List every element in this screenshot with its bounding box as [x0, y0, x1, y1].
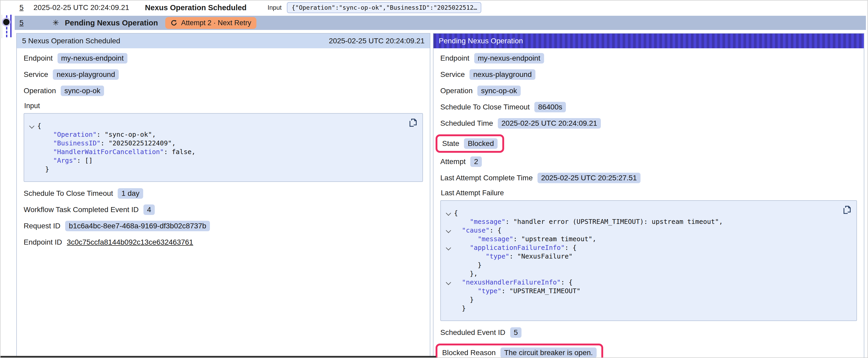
- field-label: Schedule To Close Timeout: [440, 103, 530, 111]
- code-gutter: [445, 209, 454, 217]
- code-text: "applicationFailureInfo": {: [454, 243, 577, 252]
- field-list: Schedule To Close Timeout1 dayWorkflow T…: [24, 188, 423, 248]
- code-line: "type": "NexusFailure": [445, 252, 839, 261]
- event-row-pending[interactable]: 5 ✳ Pending Nexus Operation Attempt 2 · …: [15, 16, 866, 30]
- field-value-badge: Blocked: [464, 138, 498, 149]
- field-label: Blocked Reason: [442, 349, 496, 357]
- copy-icon[interactable]: [408, 118, 418, 128]
- event-id-link[interactable]: 5: [20, 3, 24, 12]
- field-list: Scheduled Event ID5Blocked ReasonThe cir…: [440, 327, 857, 358]
- code-line: }: [445, 304, 839, 313]
- collapse-chevron-icon[interactable]: [446, 210, 451, 216]
- field-row: Scheduled Time2025-02-25 UTC 20:24:09.21: [440, 118, 857, 129]
- code-line: }: [445, 295, 839, 304]
- event-title: Pending Nexus Operation: [65, 19, 158, 27]
- field-row: Schedule To Close Timeout86400s: [440, 102, 857, 112]
- field-label: Scheduled Event ID: [440, 328, 505, 337]
- field-label: Workflow Task Completed Event ID: [24, 205, 139, 214]
- code-text: "type": "NexusFailure": [454, 252, 573, 261]
- scheduled-panel-header: 5 Nexus Operation Scheduled 2025-02-25 U…: [17, 34, 430, 48]
- code-line: {: [445, 209, 839, 217]
- field-label: Scheduled Time: [440, 119, 493, 128]
- code-line: }: [29, 165, 405, 173]
- field-row: Last Attempt Complete Time2025-02-25 UTC…: [440, 173, 857, 183]
- code-text: "message": "upstream timeout",: [454, 235, 596, 243]
- field-row: Scheduled Event ID5: [440, 327, 857, 338]
- field-value-badge: 5: [510, 327, 522, 338]
- code-line: "BusinessID": "20250225122409",: [29, 139, 405, 148]
- code-text: "type": "UPSTREAM_TIMEOUT": [454, 287, 581, 295]
- field-label: State: [442, 139, 459, 148]
- event-id-link[interactable]: 5: [20, 19, 24, 27]
- collapse-chevron-icon[interactable]: [29, 123, 34, 129]
- field-value-link[interactable]: 3c0c75ccfa8144b092c13ce632463761: [67, 238, 193, 247]
- field-value-badge: b1c6a4bc-8ee7-468a-9169-df3b02c8737b: [65, 221, 210, 231]
- failure-json-viewer: { "message": "handler error (UPSTREAM_TI…: [440, 200, 857, 321]
- field-label: Request ID: [24, 222, 60, 230]
- code-gutter: [445, 287, 454, 295]
- code-text: }: [454, 295, 474, 304]
- field-label: Service: [440, 70, 465, 79]
- field-value-badge: my-nexus-endpoint: [58, 53, 127, 64]
- code-gutter: [445, 295, 454, 304]
- code-text: "cause": {: [454, 226, 501, 235]
- event-timestamp: 2025-02-25 UTC 20:24:09.21: [34, 3, 129, 12]
- event-row-scheduled[interactable]: 5 2025-02-25 UTC 20:24:09.21 Nexus Opera…: [1, 1, 866, 15]
- code-line: "type": "UPSTREAM_TIMEOUT": [445, 287, 839, 295]
- copy-icon[interactable]: [842, 205, 852, 216]
- collapse-chevron-icon[interactable]: [446, 245, 451, 250]
- code-gutter: [445, 261, 454, 269]
- field-row: Blocked ReasonThe circuit breaker is ope…: [440, 344, 857, 358]
- pending-asterisk-icon: ✳: [53, 19, 59, 27]
- code-text: "Args": []: [37, 156, 93, 165]
- code-gutter: [29, 165, 37, 173]
- json-code: { "Operation": "sync-op-ok", "BusinessID…: [29, 122, 405, 173]
- collapse-chevron-icon[interactable]: [446, 280, 451, 285]
- collapse-chevron-icon[interactable]: [446, 228, 451, 233]
- code-text: }: [454, 304, 466, 313]
- panel-title: Pending Nexus Operation: [439, 37, 523, 45]
- code-line: "message": "upstream timeout",: [445, 235, 839, 243]
- field-label: Attempt: [440, 158, 466, 166]
- field-label: Operation: [440, 87, 473, 95]
- field-value-badge: The circuit breaker is open.: [500, 348, 597, 358]
- field-label: Schedule To Close Timeout: [24, 189, 113, 198]
- code-line: {: [29, 122, 405, 130]
- code-gutter: [445, 304, 454, 313]
- json-code: { "message": "handler error (UPSTREAM_TI…: [445, 209, 839, 313]
- field-row: Request IDb1c6a4bc-8ee7-468a-9169-df3b02…: [24, 221, 423, 231]
- code-line: "nexusHandlerFailureInfo": {: [445, 278, 839, 287]
- field-value-badge: 2025-02-25 UTC 20:24:09.21: [498, 118, 601, 129]
- code-gutter: [29, 156, 37, 165]
- code-text: }: [454, 261, 482, 269]
- scheduled-event-panel: 5 Nexus Operation Scheduled 2025-02-25 U…: [16, 33, 430, 358]
- code-gutter: [29, 148, 37, 156]
- event-history-view: 5 2025-02-25 UTC 20:24:09.21 Nexus Opera…: [0, 0, 868, 358]
- code-text: "HandlerWaitForCancellation": false,: [37, 148, 195, 156]
- field-value-badge: nexus-playground: [469, 69, 535, 80]
- section-bottom-border: [1, 356, 436, 357]
- pending-operation-panel: Pending Nexus Operation Endpointmy-nexus…: [433, 33, 864, 358]
- input-label: Input: [268, 4, 282, 11]
- code-line: "message": "handler error (UPSTREAM_TIME…: [445, 217, 839, 226]
- field-label: Endpoint: [24, 54, 53, 62]
- code-gutter: [445, 252, 454, 261]
- code-text: }: [37, 165, 49, 173]
- failure-section-label: Last Attempt Failure: [441, 189, 857, 197]
- panel-title: 5 Nexus Operation Scheduled: [22, 37, 120, 45]
- field-row: Endpointmy-nexus-endpoint: [440, 53, 857, 64]
- code-line: },: [445, 269, 839, 278]
- field-label: Endpoint ID: [24, 238, 62, 247]
- code-text: "nexusHandlerFailureInfo": {: [454, 278, 573, 287]
- field-list: Endpointmy-nexus-endpointServicenexus-pl…: [440, 53, 857, 183]
- code-line: }: [445, 261, 839, 269]
- field-row: Endpointmy-nexus-endpoint: [24, 53, 423, 64]
- field-value-badge: nexus-playground: [53, 69, 119, 80]
- input-payload-pill: {"Operation":"sync-op-ok","BusinessID":"…: [287, 2, 481, 13]
- code-text: {: [37, 122, 41, 130]
- field-list: Endpointmy-nexus-endpointServicenexus-pl…: [24, 53, 423, 96]
- code-text: {: [454, 209, 458, 217]
- field-value-badge: sync-op-ok: [477, 86, 521, 96]
- highlight-box: Blocked ReasonThe circuit breaker is ope…: [436, 344, 603, 358]
- code-line: "HandlerWaitForCancellation": false,: [29, 148, 405, 156]
